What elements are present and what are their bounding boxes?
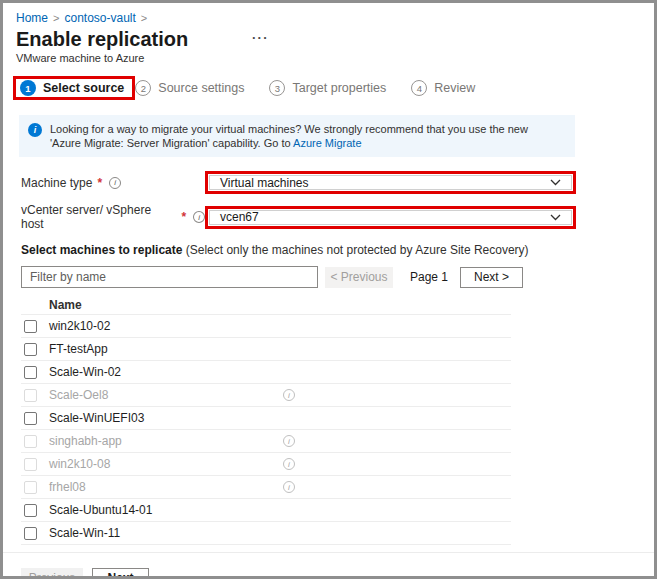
vcenter-host-label: vCenter server/ vSphere host*i (21, 203, 205, 231)
table-row[interactable]: singhabh-app i (21, 430, 511, 453)
previous-step-button[interactable]: Previous (21, 568, 83, 579)
row-info-icon[interactable]: i (283, 481, 295, 493)
table-row[interactable]: Scale-Ubuntu14-01 i (21, 499, 511, 522)
table-row[interactable]: Scale-Win-02 i (21, 361, 511, 384)
next-step-button[interactable]: Next (92, 568, 149, 579)
breadcrumb: Home>contoso-vault> (16, 11, 654, 25)
machine-name: frhel08 (49, 480, 86, 494)
machine-type-dropdown[interactable]: Virtual machines (209, 175, 572, 190)
table-row[interactable]: Scale-WinUEFI03 i (21, 407, 511, 430)
step-1-circle: 1 (20, 80, 36, 96)
info-icon: i (28, 123, 42, 137)
machine-type-info-icon[interactable]: i (109, 177, 121, 189)
row-checkbox[interactable] (24, 458, 37, 471)
row-info-icon[interactable]: i (283, 435, 295, 447)
vcenter-host-info-icon[interactable]: i (193, 211, 205, 223)
step-4-circle: 4 (411, 80, 427, 96)
tab-target-properties[interactable]: 3 Target properties (269, 80, 386, 96)
machine-name: FT-testApp (49, 342, 108, 356)
table-row[interactable]: frhel08 i (21, 476, 511, 499)
row-checkbox[interactable] (24, 504, 37, 517)
page-indicator: Page 1 (406, 270, 452, 284)
select-machines-heading: Select machines to replicate (Select onl… (21, 243, 654, 257)
required-marker: * (97, 176, 102, 190)
row-info-icon[interactable]: i (283, 389, 295, 401)
wizard-steps: 1 Select source 2 Source settings 3 Targ… (13, 76, 654, 100)
row-info-icon[interactable]: i (283, 458, 295, 470)
machine-name: Scale-Oel8 (49, 388, 108, 402)
name-column-header: Name (21, 295, 511, 315)
previous-page-button[interactable]: < Previous (325, 267, 393, 288)
table-row[interactable]: win2k10-08 i (21, 453, 511, 476)
required-marker: * (181, 210, 186, 224)
machine-type-value: Virtual machines (220, 176, 309, 190)
machine-name: Scale-WinUEFI03 (49, 411, 144, 425)
azure-migrate-link[interactable]: Azure Migrate (293, 137, 361, 149)
tab-review[interactable]: 4 Review (411, 80, 475, 96)
row-checkbox[interactable] (24, 481, 37, 494)
row-checkbox[interactable] (24, 527, 37, 540)
chevron-down-icon (550, 179, 561, 186)
page-title: Enable replication (16, 28, 188, 50)
row-checkbox[interactable] (24, 320, 37, 333)
row-checkbox[interactable] (24, 412, 37, 425)
banner-text: Looking for a way to migrate your virtua… (50, 122, 555, 150)
vcenter-host-dropdown[interactable]: vcen67 (209, 210, 572, 225)
step-2-circle: 2 (135, 80, 151, 96)
highlight-box-vcenter-host: vcen67 (205, 206, 576, 229)
enable-replication-pane: Home>contoso-vault> Enable replication .… (0, 0, 657, 579)
row-checkbox[interactable] (24, 435, 37, 448)
step-4-label: Review (434, 81, 475, 95)
table-row[interactable]: win2k10-02 i (21, 315, 511, 338)
table-row[interactable]: Scale-Oel8 i (21, 384, 511, 407)
table-row[interactable]: Scale-Win-11 i (21, 522, 511, 545)
tab-select-source[interactable]: 1 Select source (20, 80, 124, 96)
highlight-box-machine-type: Virtual machines (205, 171, 576, 194)
machine-name: singhabh-app (49, 434, 122, 448)
machine-type-label: Machine type*i (21, 176, 205, 190)
breadcrumb-separator: > (141, 12, 147, 24)
step-3-label: Target properties (292, 81, 386, 95)
more-options-icon[interactable]: ... (252, 27, 269, 42)
vcenter-host-value: vcen67 (220, 210, 259, 224)
machine-name: Scale-Win-02 (49, 365, 121, 379)
step-1-label: Select source (43, 81, 124, 95)
breadcrumb-home-link[interactable]: Home (16, 11, 48, 25)
table-row[interactable]: FT-testApp i (21, 338, 511, 361)
footer-divider (3, 552, 654, 553)
machine-name: win2k10-02 (49, 319, 110, 333)
row-checkbox[interactable] (24, 366, 37, 379)
next-page-button[interactable]: Next > (460, 267, 523, 288)
row-checkbox[interactable] (24, 389, 37, 402)
row-checkbox[interactable] (24, 343, 37, 356)
machine-table: Name win2k10-02 i FT-testApp i Scale-Win… (21, 295, 511, 545)
azure-migrate-banner: i Looking for a way to migrate your virt… (19, 115, 575, 157)
chevron-down-icon (550, 214, 561, 221)
machine-table-body: win2k10-02 i FT-testApp i Scale-Win-02 i… (21, 315, 511, 545)
filter-by-name-input[interactable] (21, 266, 318, 288)
machine-name: win2k10-08 (49, 457, 110, 471)
machine-name: Scale-Win-11 (49, 526, 120, 540)
tab-source-settings[interactable]: 2 Source settings (135, 80, 244, 96)
step-3-circle: 3 (269, 80, 285, 96)
machine-name: Scale-Ubuntu14-01 (49, 503, 152, 517)
page-subtitle: VMware machine to Azure (16, 52, 654, 65)
step-2-label: Source settings (158, 81, 244, 95)
highlight-box-select-source: 1 Select source (13, 76, 135, 100)
breadcrumb-separator: > (53, 12, 59, 24)
breadcrumb-vault-link[interactable]: contoso-vault (64, 11, 135, 25)
